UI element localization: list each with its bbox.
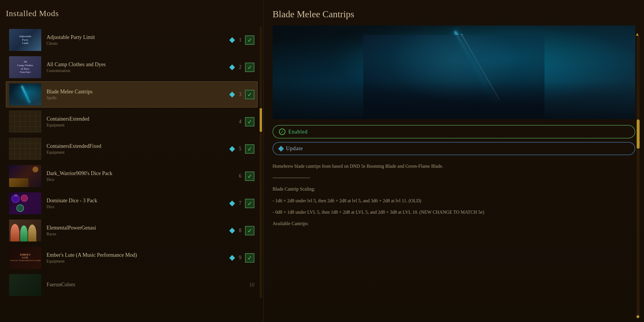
mod-category: Dice (47, 205, 227, 209)
mod-number: 10 (249, 282, 254, 288)
desc-cantrips-header: Available Cantrips: (273, 220, 626, 227)
desc-scaling-header: Blade Cantrip Scaling: (273, 185, 626, 193)
mod-meta: 10 (249, 282, 254, 288)
mod-info: FaerunColors (47, 281, 246, 289)
diamond-icon (229, 228, 235, 234)
left-panel: Installed Mods AdjustablePartyLimit Adju… (0, 0, 263, 322)
mod-name: Dominate Dice - 3 Pack (47, 197, 227, 204)
mod-thumbnail: EMBER'SLUTEA MUSIC PERFORMANCE MOD (9, 247, 41, 269)
mod-name: ContainersExtended (47, 116, 233, 122)
checkmark-icon: ✓ (247, 64, 252, 70)
diamond-icon (229, 37, 235, 43)
character-figure (363, 35, 545, 119)
mod-category: Equipment (47, 150, 227, 155)
right-panel: Blade Melee Cantrips ✓ Enabled Update Ho… (263, 0, 644, 322)
checkmark-icon: ✓ (247, 119, 252, 125)
list-item[interactable]: ContainersExtendedFixed Equipment 5 ✓ (6, 136, 258, 162)
mod-number: 5 (236, 146, 242, 152)
mod-checkbox[interactable]: ✓ (245, 253, 254, 263)
diamond-container: 3 (230, 91, 242, 97)
checkmark-icon: ✓ (247, 173, 252, 179)
mod-category: Customisation (47, 68, 227, 73)
diamond-container: 5 (230, 146, 242, 152)
diamond-icon (229, 92, 235, 97)
diamond-container: 9 (230, 255, 242, 261)
description-container: Homebrew blade cantrips from based on DN… (273, 162, 635, 231)
mod-category: Cheats (47, 41, 227, 46)
diamond-icon (229, 146, 235, 152)
mod-meta: 1 ✓ (230, 35, 254, 45)
thumb-pattern (9, 138, 41, 160)
mod-info: ContainersExtendedFixed Equipment (47, 143, 227, 155)
mod-info: Blade Melee Cantrips Spells (47, 88, 227, 100)
mod-checkbox[interactable]: ✓ (245, 63, 254, 72)
scroll-thumb[interactable] (260, 108, 262, 132)
update-diamond-icon (278, 146, 284, 152)
mod-thumbnail: AllCamp Clothes& DyesFrom Start (9, 56, 41, 78)
mod-category: Spells (47, 96, 227, 100)
mod-checkbox[interactable]: ✓ (245, 226, 254, 235)
checkmark-icon: ✓ (247, 228, 252, 234)
mod-number: 3 (236, 91, 242, 97)
enabled-label: Enabled (288, 129, 308, 135)
diamond-container: 8 (230, 227, 242, 234)
list-item[interactable]: 12 Dominate Dice - 3 Pack Dice 7 ✓ (6, 190, 258, 216)
mod-thumbnail (9, 138, 41, 160)
detail-scrollbar[interactable] (637, 35, 640, 316)
diamond-icon (229, 255, 235, 261)
list-item[interactable]: ContainersExtended Equipment 4 ✓ (6, 109, 258, 135)
mod-checkbox[interactable]: ✓ (245, 172, 254, 181)
checkmark-icon: ✓ (247, 255, 252, 261)
list-item[interactable]: Dark_Warrior9090's Dice Pack Dice 6 ✓ (6, 163, 258, 189)
desc-divider: ------------------------ (273, 174, 626, 181)
detail-title: Blade Melee Cantrips (273, 9, 635, 20)
diamond-container: 2 (230, 64, 242, 70)
update-button[interactable]: Update (273, 142, 635, 155)
mod-checkbox[interactable]: ✓ (245, 35, 254, 45)
mod-checkbox[interactable]: ✓ (245, 144, 254, 154)
scroll-up-arrow[interactable]: ▲ (635, 32, 640, 37)
detail-scroll-thumb[interactable] (637, 119, 640, 149)
mod-name: Dark_Warrior9090's Dice Pack (47, 170, 233, 177)
checkmark-icon: ✓ (247, 146, 252, 152)
mod-meta: 4 ✓ (236, 117, 254, 126)
mod-number: 1 (236, 37, 242, 43)
checkmark-icon: ✓ (247, 37, 252, 43)
mod-meta: 9 ✓ (230, 253, 254, 263)
mod-thumbnail: AdjustablePartyLimit (9, 29, 41, 51)
list-item[interactable]: EMBER'SLUTEA MUSIC PERFORMANCE MOD Ember… (6, 245, 258, 271)
mod-category: Equipment (47, 259, 227, 264)
mod-thumbnail (9, 274, 41, 296)
list-item[interactable]: AllCamp Clothes& DyesFrom Start All Camp… (6, 54, 258, 80)
scrollbar[interactable] (260, 27, 262, 298)
diamond-icon (229, 64, 235, 70)
mod-checkbox[interactable]: ✓ (245, 199, 254, 208)
detail-buttons: ✓ Enabled Update (273, 125, 635, 155)
list-item[interactable]: AdjustablePartyLimit Adjustable Party Li… (6, 27, 258, 53)
mod-checkbox[interactable]: ✓ (245, 117, 254, 126)
mod-checkbox[interactable]: ✓ (245, 90, 254, 99)
mod-category: Dice (47, 177, 233, 182)
list-item[interactable]: Blade Melee Cantrips Spells 3 ✓ (6, 81, 258, 107)
enabled-button[interactable]: ✓ Enabled (273, 125, 635, 138)
checkmark-icon: ✓ (247, 201, 252, 206)
scroll-down-arrow[interactable]: ◆ (636, 314, 640, 319)
mod-name: ElementalPowerGenasi (47, 225, 227, 231)
list-item[interactable]: ElementalPowerGenasi Races 8 ✓ (6, 217, 258, 244)
mod-name: FaerunColors (47, 281, 246, 288)
mod-info: Adjustable Party Limit Cheats (47, 34, 227, 46)
mod-name: Blade Melee Cantrips (47, 88, 227, 95)
thumb-label: AdjustablePartyLimit (18, 34, 32, 46)
diamond-icon (229, 201, 235, 206)
diamond-container: 7 (230, 200, 242, 206)
mod-number: 9 (236, 255, 242, 261)
mod-name: All Camp Clothes and Dyes (47, 61, 227, 68)
mod-meta: 2 ✓ (230, 63, 254, 72)
mod-number: 8 (236, 227, 242, 234)
mod-info: All Camp Clothes and Dyes Customisation (47, 61, 227, 73)
list-item[interactable]: FaerunColors 10 (6, 272, 258, 298)
mod-name: Ember's Lute (A Music Performance Mod) (47, 252, 227, 258)
detail-image (273, 25, 635, 119)
mod-category: Equipment (47, 123, 233, 128)
checkmark-icon: ✓ (247, 92, 252, 97)
